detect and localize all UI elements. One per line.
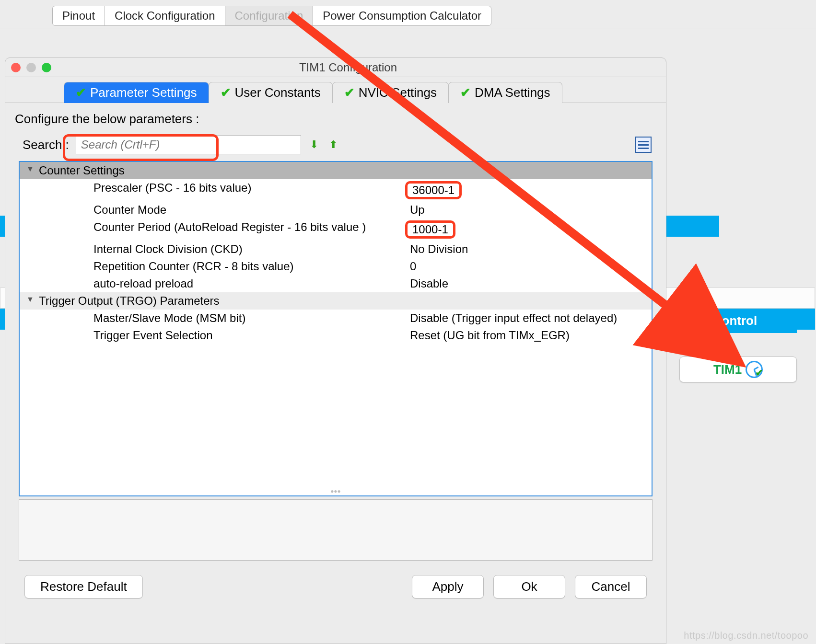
param-row-arp[interactable]: auto-reload preload Disable: [20, 275, 652, 292]
configure-subtitle: Configure the below parameters :: [5, 103, 666, 132]
param-label: Trigger Event Selection: [20, 329, 403, 342]
check-icon: ✔: [221, 85, 231, 100]
control-panel: Control: [673, 309, 797, 333]
param-row-rcr[interactable]: Repetition Counter (RCR - 8 bits value) …: [20, 258, 652, 275]
watermark: https://blog.csdn.net/toopoo: [684, 630, 808, 641]
param-row-counter-mode[interactable]: Counter Mode Up: [20, 201, 652, 218]
search-input[interactable]: [76, 135, 301, 154]
param-label: Repetition Counter (RCR - 8 bits value): [20, 260, 403, 273]
tab-clock[interactable]: Clock Configuration: [105, 6, 225, 26]
tab-label: DMA Settings: [475, 85, 550, 100]
dialog-buttons: Restore Default Apply Ok Cancel: [5, 561, 666, 598]
search-next-icon[interactable]: ⬇: [308, 138, 320, 151]
apply-button[interactable]: Apply: [412, 575, 484, 598]
param-value[interactable]: 1000-1: [405, 220, 455, 239]
tim1-label: TIM1: [713, 362, 742, 377]
param-row-ckd[interactable]: Internal Clock Division (CKD) No Divisio…: [20, 241, 652, 258]
param-label: Master/Slave Mode (MSM bit): [20, 311, 403, 325]
tab-power[interactable]: Power Consumption Calculator: [313, 6, 491, 26]
dialog-title: TIM1 Configuration: [59, 61, 666, 74]
param-row-counter-period[interactable]: Counter Period (AutoReload Register - 16…: [20, 218, 652, 241]
param-value[interactable]: Up: [403, 203, 652, 217]
tab-nvic-settings[interactable]: ✔ NVIC Settings: [332, 82, 449, 103]
tab-label: Parameter Settings: [90, 85, 197, 100]
tab-user-constants[interactable]: ✔ User Constants: [209, 82, 333, 103]
check-icon: ✔: [460, 85, 471, 100]
control-panel-header: Control: [673, 309, 797, 333]
search-label: Search :: [23, 138, 69, 152]
ok-button[interactable]: Ok: [493, 575, 565, 598]
tab-configuration[interactable]: Configuration: [225, 6, 314, 26]
check-icon: ✔: [344, 85, 355, 100]
param-value[interactable]: Reset (UG bit from TIMx_EGR): [403, 329, 652, 342]
titlebar[interactable]: TIM1 Configuration: [5, 58, 666, 77]
cancel-button[interactable]: Cancel: [575, 575, 647, 598]
tab-label: User Constants: [235, 85, 321, 100]
param-row-prescaler[interactable]: Prescaler (PSC - 16 bits value) 36000-1: [20, 179, 652, 201]
tim1-button[interactable]: TIM1 ✔: [679, 356, 797, 382]
param-value[interactable]: Disable (Trigger input effect not delaye…: [403, 311, 652, 325]
param-label: Prescaler (PSC - 16 bits value): [20, 181, 403, 199]
list-toggle-icon[interactable]: [635, 137, 652, 153]
param-row-trg[interactable]: Trigger Event Selection Reset (UG bit fr…: [20, 327, 652, 344]
clock-icon: ✔: [746, 361, 763, 378]
close-icon[interactable]: [11, 63, 21, 72]
param-label: Counter Period (AutoReload Register - 16…: [20, 220, 403, 239]
tabs-divider: [0, 28, 816, 28]
search-prev-icon[interactable]: ⬆: [327, 138, 339, 151]
tim1-config-dialog: TIM1 Configuration ✔ Parameter Settings …: [5, 58, 666, 644]
tab-parameter-settings[interactable]: ✔ Parameter Settings: [64, 82, 209, 103]
zoom-icon[interactable]: [42, 63, 51, 72]
param-value[interactable]: 36000-1: [405, 181, 462, 199]
tab-label: NVIC Settings: [359, 85, 437, 100]
group-trgo[interactable]: Trigger Output (TRGO) Parameters: [20, 292, 652, 310]
search-row: Search : ⬇ ⬆: [5, 132, 666, 161]
param-row-msm[interactable]: Master/Slave Mode (MSM bit) Disable (Tri…: [20, 310, 652, 327]
minimize-icon[interactable]: [26, 63, 36, 72]
tab-dma-settings[interactable]: ✔ DMA Settings: [448, 82, 562, 103]
group-counter-settings[interactable]: Counter Settings: [20, 162, 652, 179]
tab-pinout[interactable]: Pinout: [52, 6, 105, 26]
param-value[interactable]: 0: [403, 260, 652, 273]
param-label: auto-reload preload: [20, 277, 403, 290]
resize-handle-icon[interactable]: ●●●: [330, 488, 341, 494]
param-value[interactable]: Disable: [403, 277, 652, 290]
parameter-tree[interactable]: Counter Settings Prescaler (PSC - 16 bit…: [19, 161, 653, 496]
restore-default-button[interactable]: Restore Default: [24, 575, 143, 598]
param-label: Counter Mode: [20, 203, 403, 217]
param-label: Internal Clock Division (CKD): [20, 242, 403, 256]
check-icon: ✔: [76, 85, 86, 100]
description-box: [19, 499, 653, 561]
config-tabs: ✔ Parameter Settings ✔ User Constants ✔ …: [5, 77, 666, 103]
main-tabs: Pinout Clock Configuration Configuration…: [0, 6, 816, 26]
param-value[interactable]: No Division: [403, 242, 652, 256]
